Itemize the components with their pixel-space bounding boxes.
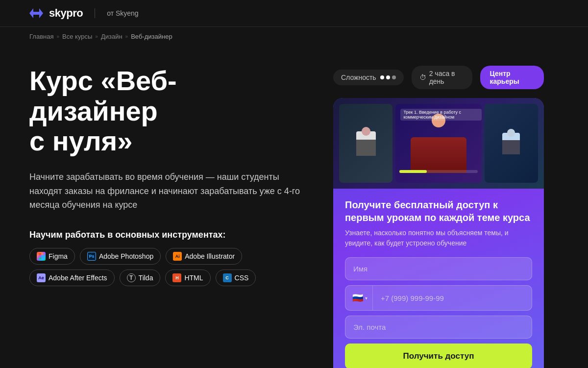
course-title: Курс «Веб-дизайнер с нуля»: [29, 66, 304, 156]
complexity-label: Сложность: [341, 74, 376, 81]
breadcrumb-all-courses[interactable]: Все курсы: [62, 33, 92, 40]
ps-icon: Ps: [87, 252, 96, 261]
phone-input[interactable]: [373, 287, 532, 309]
thumb-right: [485, 104, 538, 183]
tools-grid: Figma Ps Adobe Photoshop Ai Adobe Illust…: [29, 248, 304, 286]
logo-area: skypro от Skyeng: [29, 7, 139, 20]
tool-html: H HTML: [165, 270, 210, 286]
career-button[interactable]: Центр карьеры: [480, 66, 544, 89]
phone-flag-selector[interactable]: 🇷🇺 ▾: [345, 286, 373, 310]
ai-icon: Ai: [173, 252, 182, 261]
submit-button[interactable]: Получить доступ: [345, 343, 532, 368]
video-preview: Трек 1. Введение в работу с коммерческим…: [333, 98, 544, 189]
dot-3: [392, 75, 396, 79]
header: skypro от Skyeng: [0, 0, 588, 27]
dot-1: [380, 75, 384, 79]
main-content: Курс «Веб-дизайнер с нуля» Начните зараб…: [0, 46, 588, 368]
logo-separator: [95, 8, 95, 18]
logo-skyeng: от Skyeng: [107, 9, 138, 17]
email-input[interactable]: [345, 316, 532, 339]
left-column: Курс «Веб-дизайнер с нуля» Начните зараб…: [29, 66, 304, 286]
time-label: 2 часа в день: [429, 70, 465, 85]
breadcrumb-arrow-2: »: [95, 34, 98, 39]
flag-emoji: 🇷🇺: [352, 293, 363, 303]
logo-skypro: skypro: [49, 7, 83, 20]
breadcrumb-arrow-3: »: [125, 34, 128, 39]
video-thumbnails: Трек 1. Введение в работу с коммерческим…: [333, 98, 544, 189]
tool-css-label: CSS: [235, 274, 249, 282]
time-badge: ⏱ 2 часа в день: [412, 66, 472, 89]
course-description: Начните зарабатывать во время обучения —…: [29, 170, 304, 212]
figma-icon: [37, 252, 46, 261]
tilda-icon: T: [127, 273, 136, 282]
breadcrumb-current: Веб-дизайнер: [131, 33, 172, 40]
svg-rect-2: [41, 253, 44, 255]
dot-2: [386, 75, 390, 79]
right-column: Сложность ⏱ 2 часа в день Центр карьеры: [333, 66, 544, 368]
svg-rect-4: [39, 257, 41, 260]
svg-point-5: [41, 255, 44, 258]
css-icon: C: [223, 273, 232, 282]
tool-figma-label: Figma: [49, 252, 68, 260]
tools-heading: Научим работать в основных инструментах:: [29, 230, 304, 240]
complexity-badge: Сложность: [333, 70, 404, 85]
ae-icon: Ae: [37, 273, 46, 282]
svg-marker-0: [29, 8, 43, 18]
breadcrumb-design[interactable]: Дизайн: [101, 33, 122, 40]
thumb-center: Трек 1. Введение в работу с коммерческим…: [395, 104, 481, 183]
tool-figma: Figma: [29, 248, 75, 265]
tool-html-label: HTML: [184, 274, 203, 282]
tool-illustrator: Ai Adobe Illustrator: [166, 248, 242, 265]
form-card: Трек 1. Введение в работу с коммерческим…: [333, 98, 544, 368]
badges-row: Сложность ⏱ 2 часа в день Центр карьеры: [333, 66, 544, 89]
tool-illustrator-label: Adobe Illustrator: [185, 252, 235, 260]
thumb-left: [339, 104, 392, 183]
phone-row: 🇷🇺 ▾: [345, 285, 532, 311]
tool-after-effects-label: Adobe After Effects: [49, 274, 107, 282]
breadcrumb: Главная » Все курсы » Дизайн » Веб-дизай…: [0, 27, 588, 46]
tool-tilda: T Tilda: [120, 270, 161, 286]
tool-photoshop: Ps Adobe Photoshop: [80, 248, 161, 265]
logo-icon: [29, 8, 43, 18]
tool-tilda-label: Tilda: [139, 274, 153, 282]
tool-css: C CSS: [216, 270, 256, 286]
svg-rect-1: [39, 253, 41, 255]
breadcrumb-home[interactable]: Главная: [29, 33, 53, 40]
name-input[interactable]: [345, 257, 532, 280]
time-icon: ⏱: [419, 74, 426, 81]
flag-chevron-icon: ▾: [365, 295, 368, 301]
complexity-dots: [380, 75, 396, 79]
form-heading: Получите бесплатный доступ к первым урок…: [345, 198, 532, 224]
html-icon: H: [172, 273, 181, 282]
breadcrumb-arrow-1: »: [56, 34, 59, 39]
form-body: Получите бесплатный доступ к первым урок…: [333, 189, 544, 368]
tool-photoshop-label: Adobe Photoshop: [99, 252, 153, 260]
form-subtext: Узнаете, насколько понятно мы объясняем …: [345, 228, 532, 248]
tool-after-effects: Ae Adobe After Effects: [29, 270, 115, 286]
